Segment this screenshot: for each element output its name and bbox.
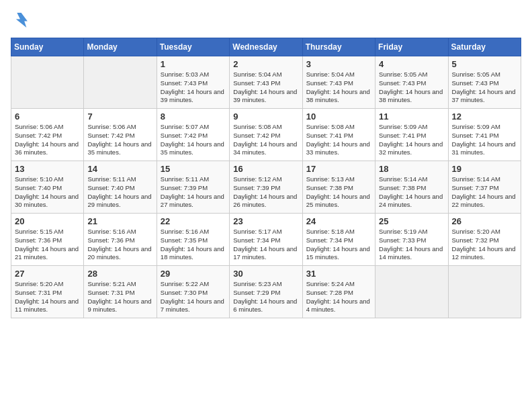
day-info: Sunrise: 5:19 AM Sunset: 7:33 PM Dayligh… xyxy=(379,228,444,262)
day-info: Sunrise: 5:13 AM Sunset: 7:38 PM Dayligh… xyxy=(306,175,371,210)
calendar-cell: 2Sunrise: 5:04 AM Sunset: 7:43 PM Daylig… xyxy=(230,56,302,109)
day-info: Sunrise: 5:22 AM Sunset: 7:30 PM Dayligh… xyxy=(161,280,226,314)
calendar-cell xyxy=(84,56,157,109)
day-info: Sunrise: 5:05 AM Sunset: 7:43 PM Dayligh… xyxy=(452,71,517,105)
day-number: 15 xyxy=(161,164,226,174)
day-number: 28 xyxy=(87,269,152,279)
day-info: Sunrise: 5:20 AM Sunset: 7:31 PM Dayligh… xyxy=(15,280,80,314)
day-info: Sunrise: 5:18 AM Sunset: 7:34 PM Dayligh… xyxy=(306,228,371,262)
day-info: Sunrise: 5:24 AM Sunset: 7:28 PM Dayligh… xyxy=(306,280,371,314)
calendar-cell xyxy=(11,56,84,109)
day-number: 27 xyxy=(15,269,80,279)
day-number: 10 xyxy=(306,111,371,122)
calendar-cell: 21Sunrise: 5:16 AM Sunset: 7:36 PM Dayli… xyxy=(84,214,157,266)
week-row-4: 20Sunrise: 5:15 AM Sunset: 7:36 PM Dayli… xyxy=(11,214,521,266)
day-info: Sunrise: 5:16 AM Sunset: 7:36 PM Dayligh… xyxy=(87,228,152,262)
day-number: 12 xyxy=(452,111,517,122)
day-number: 2 xyxy=(233,59,298,69)
week-row-2: 6Sunrise: 5:06 AM Sunset: 7:42 PM Daylig… xyxy=(11,109,521,161)
day-info: Sunrise: 5:06 AM Sunset: 7:42 PM Dayligh… xyxy=(15,123,80,157)
day-number: 29 xyxy=(161,269,226,279)
calendar-cell: 7Sunrise: 5:06 AM Sunset: 7:42 PM Daylig… xyxy=(84,109,157,161)
day-number: 6 xyxy=(15,111,80,122)
day-header-tuesday: Tuesday xyxy=(157,38,229,56)
calendar-cell: 5Sunrise: 5:05 AM Sunset: 7:43 PM Daylig… xyxy=(448,56,521,109)
day-number: 13 xyxy=(15,164,80,174)
day-number: 14 xyxy=(87,164,152,174)
calendar-cell: 17Sunrise: 5:13 AM Sunset: 7:38 PM Dayli… xyxy=(302,161,375,214)
calendar-table: SundayMondayTuesdayWednesdayThursdayFrid… xyxy=(11,38,521,318)
day-number: 8 xyxy=(161,111,226,122)
day-number: 19 xyxy=(452,164,517,174)
day-number: 11 xyxy=(379,111,444,122)
day-number: 24 xyxy=(306,216,371,226)
calendar-cell: 26Sunrise: 5:20 AM Sunset: 7:32 PM Dayli… xyxy=(448,214,521,266)
calendar-cell: 20Sunrise: 5:15 AM Sunset: 7:36 PM Dayli… xyxy=(11,214,84,266)
day-info: Sunrise: 5:09 AM Sunset: 7:41 PM Dayligh… xyxy=(452,123,517,157)
day-number: 18 xyxy=(379,164,444,174)
calendar-cell: 15Sunrise: 5:11 AM Sunset: 7:39 PM Dayli… xyxy=(157,161,229,214)
calendar-cell: 6Sunrise: 5:06 AM Sunset: 7:42 PM Daylig… xyxy=(11,109,84,161)
day-info: Sunrise: 5:11 AM Sunset: 7:40 PM Dayligh… xyxy=(87,175,152,210)
calendar-cell xyxy=(448,266,521,318)
day-header-wednesday: Wednesday xyxy=(230,38,302,56)
calendar-cell: 24Sunrise: 5:18 AM Sunset: 7:34 PM Dayli… xyxy=(302,214,375,266)
day-info: Sunrise: 5:14 AM Sunset: 7:38 PM Dayligh… xyxy=(379,175,444,210)
day-number: 7 xyxy=(87,111,152,122)
day-info: Sunrise: 5:21 AM Sunset: 7:31 PM Dayligh… xyxy=(87,280,152,314)
day-info: Sunrise: 5:14 AM Sunset: 7:37 PM Dayligh… xyxy=(452,175,517,210)
calendar-cell: 29Sunrise: 5:22 AM Sunset: 7:30 PM Dayli… xyxy=(157,266,229,318)
calendar-cell xyxy=(375,266,448,318)
calendar-cell: 13Sunrise: 5:10 AM Sunset: 7:40 PM Dayli… xyxy=(11,161,84,214)
day-info: Sunrise: 5:08 AM Sunset: 7:41 PM Dayligh… xyxy=(306,123,371,157)
day-number: 1 xyxy=(161,59,226,69)
day-header-thursday: Thursday xyxy=(302,38,375,56)
calendar-cell: 28Sunrise: 5:21 AM Sunset: 7:31 PM Dayli… xyxy=(84,266,157,318)
calendar-cell: 11Sunrise: 5:09 AM Sunset: 7:41 PM Dayli… xyxy=(375,109,448,161)
day-number: 16 xyxy=(233,164,298,174)
calendar-cell: 9Sunrise: 5:08 AM Sunset: 7:42 PM Daylig… xyxy=(230,109,302,161)
calendar-cell: 14Sunrise: 5:11 AM Sunset: 7:40 PM Dayli… xyxy=(84,161,157,214)
calendar-cell: 3Sunrise: 5:04 AM Sunset: 7:43 PM Daylig… xyxy=(302,56,375,109)
day-number: 5 xyxy=(452,59,517,69)
calendar-cell: 18Sunrise: 5:14 AM Sunset: 7:38 PM Dayli… xyxy=(375,161,448,214)
calendar-cell: 27Sunrise: 5:20 AM Sunset: 7:31 PM Dayli… xyxy=(11,266,84,318)
day-header-friday: Friday xyxy=(375,38,448,56)
calendar-cell: 16Sunrise: 5:12 AM Sunset: 7:39 PM Dayli… xyxy=(230,161,302,214)
day-number: 20 xyxy=(15,216,80,226)
calendar-body: 1Sunrise: 5:03 AM Sunset: 7:43 PM Daylig… xyxy=(11,56,521,318)
calendar-cell: 1Sunrise: 5:03 AM Sunset: 7:43 PM Daylig… xyxy=(157,56,229,109)
day-info: Sunrise: 5:09 AM Sunset: 7:41 PM Dayligh… xyxy=(379,123,444,157)
calendar-cell: 4Sunrise: 5:05 AM Sunset: 7:43 PM Daylig… xyxy=(375,56,448,109)
day-info: Sunrise: 5:06 AM Sunset: 7:42 PM Dayligh… xyxy=(87,123,152,157)
day-info: Sunrise: 5:15 AM Sunset: 7:36 PM Dayligh… xyxy=(15,228,80,262)
calendar-cell: 22Sunrise: 5:16 AM Sunset: 7:35 PM Dayli… xyxy=(157,214,229,266)
day-info: Sunrise: 5:10 AM Sunset: 7:40 PM Dayligh… xyxy=(15,175,80,210)
day-number: 22 xyxy=(161,216,226,226)
calendar-cell: 10Sunrise: 5:08 AM Sunset: 7:41 PM Dayli… xyxy=(302,109,375,161)
calendar-cell: 23Sunrise: 5:17 AM Sunset: 7:34 PM Dayli… xyxy=(230,214,302,266)
calendar-cell: 12Sunrise: 5:09 AM Sunset: 7:41 PM Dayli… xyxy=(448,109,521,161)
day-header-monday: Monday xyxy=(84,38,157,56)
week-row-3: 13Sunrise: 5:10 AM Sunset: 7:40 PM Dayli… xyxy=(11,161,521,214)
day-info: Sunrise: 5:04 AM Sunset: 7:43 PM Dayligh… xyxy=(233,71,298,105)
day-info: Sunrise: 5:11 AM Sunset: 7:39 PM Dayligh… xyxy=(161,175,226,210)
day-info: Sunrise: 5:04 AM Sunset: 7:43 PM Dayligh… xyxy=(306,71,371,105)
day-info: Sunrise: 5:23 AM Sunset: 7:29 PM Dayligh… xyxy=(233,280,298,314)
calendar-header: SundayMondayTuesdayWednesdayThursdayFrid… xyxy=(11,38,521,56)
day-number: 30 xyxy=(233,269,298,279)
calendar-cell: 31Sunrise: 5:24 AM Sunset: 7:28 PM Dayli… xyxy=(302,266,375,318)
logo xyxy=(11,11,32,30)
day-number: 21 xyxy=(87,216,152,226)
day-number: 4 xyxy=(379,59,444,69)
logo-icon xyxy=(11,11,30,30)
day-number: 25 xyxy=(379,216,444,226)
day-header-sunday: Sunday xyxy=(11,38,84,56)
day-info: Sunrise: 5:16 AM Sunset: 7:35 PM Dayligh… xyxy=(161,228,226,262)
calendar-cell: 19Sunrise: 5:14 AM Sunset: 7:37 PM Dayli… xyxy=(448,161,521,214)
svg-marker-0 xyxy=(16,13,28,28)
day-info: Sunrise: 5:08 AM Sunset: 7:42 PM Dayligh… xyxy=(233,123,298,157)
day-info: Sunrise: 5:20 AM Sunset: 7:32 PM Dayligh… xyxy=(452,228,517,262)
header-row: SundayMondayTuesdayWednesdayThursdayFrid… xyxy=(11,38,521,56)
calendar-cell: 8Sunrise: 5:07 AM Sunset: 7:42 PM Daylig… xyxy=(157,109,229,161)
